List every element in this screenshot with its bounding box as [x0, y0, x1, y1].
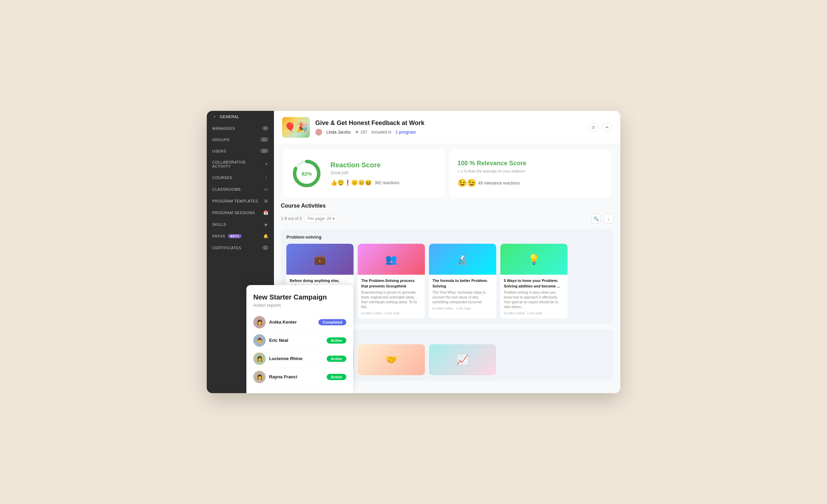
views-number: 167 — [360, 130, 367, 135]
category-title-problem: Problem-solving — [286, 234, 608, 240]
reaction-score-subtitle: Great job! — [330, 170, 399, 175]
card-author-3: by Mike Collins · 1 min read — [432, 307, 493, 310]
user-name-1: Anika Kenter — [269, 319, 297, 325]
sidebar-item-courses[interactable]: Courses ↑ — [207, 172, 274, 183]
toolbar-left: 1-9 out of 9 Per page: 20 ▾ — [281, 215, 338, 222]
included-text: Included in — [371, 130, 391, 135]
avatar-1: 👩 — [253, 316, 266, 328]
card-title-3: The formula to better Problem-Solving — [432, 278, 493, 289]
card-desc-3: The 'Five Whys' technique helps to uncov… — [432, 290, 493, 305]
card-title-2: The Problem-Solving process that prevent… — [361, 278, 421, 289]
relevance-card: 100 % Relevance Score + 1 % than the ave… — [449, 150, 612, 197]
activities-toolbar: 1-9 out of 9 Per page: 20 ▾ 🔍 ↓ — [281, 214, 613, 223]
chevron-down-icon: ▾ — [333, 216, 335, 221]
panel-user-row-3: 👩 Lucienne Rhine Active — [253, 350, 346, 368]
sidebar-item-program-sessions[interactable]: Program Sessions 📅 — [207, 207, 274, 219]
panel-subtitle: Action reports — [253, 303, 346, 308]
search-button[interactable]: 🔍 — [591, 214, 601, 223]
status-badge-2: Active — [327, 337, 346, 344]
card-image-4: 💡 — [500, 244, 568, 275]
card-desc-2: Brainstorming is proven to generate fewe… — [361, 290, 421, 309]
course-header-actions: ⊙ ✏ — [589, 123, 612, 132]
course-card-d2: 🤝 — [358, 344, 425, 375]
pagination-text: 1-9 out of 9 — [281, 216, 302, 221]
reaction-info: Reaction Score Great job! 👍😲❗😐😐😆 382 rea… — [330, 161, 399, 186]
monitor-icon: ▭ — [264, 187, 268, 192]
card-image-d2: 🤝 — [358, 344, 425, 375]
sidebar-item-skills[interactable]: Skills ◈ — [207, 219, 274, 230]
card-author-4: by Mike Collins · 1 min read — [504, 312, 564, 315]
user-name-4: Rayna Franci — [269, 374, 297, 379]
panel-title: New Starter Campaign — [253, 293, 346, 301]
upload-icon: ↑ — [264, 175, 268, 180]
card-image-d3: 📈 — [429, 344, 496, 375]
sidebar-item-classrooms[interactable]: Classrooms ▭ — [207, 183, 274, 195]
program-link[interactable]: 1 program — [396, 130, 416, 135]
template-icon: ⊞ — [264, 199, 268, 203]
course-title: Give & Get Honest Feedback at Work — [315, 119, 425, 127]
status-badge-1: Completed — [318, 319, 346, 325]
card-desc-4: Problem solving is easy when you know ho… — [504, 290, 564, 309]
card-image-1: 💼 — [286, 244, 354, 275]
record-button[interactable]: ⊙ — [589, 123, 598, 132]
course-header: 🎈🎉 Give & Get Honest Feedback at Work Li… — [274, 111, 620, 144]
author-avatar — [315, 129, 322, 136]
avatar-2: 👨 — [253, 334, 266, 347]
relevance-count: 49 relevance reactions — [478, 181, 520, 186]
sidebar-item-paths[interactable]: Paths Beta 🔔 — [207, 230, 274, 242]
card-author-2: by Mike Collins · 3 min read — [361, 312, 421, 315]
reaction-emojis: 👍😲❗😐😐😆 — [330, 179, 372, 186]
card-body-2: The Problem-Solving process that prevent… — [358, 275, 425, 318]
skills-icon: ◈ — [264, 222, 268, 227]
status-badge-4: Active — [327, 374, 346, 380]
panel-user-row-1: 👩 Anika Kenter Completed — [253, 313, 346, 332]
per-page-label: Per page: 20 — [308, 216, 331, 221]
view-count: 👁 167 — [355, 130, 367, 135]
card-body-3: The formula to better Problem-Solving Th… — [429, 275, 496, 314]
stats-row: 82% Reaction Score Great job! 👍😲❗😐😐😆 382… — [281, 150, 613, 197]
user-name-2: Eric Neal — [269, 338, 288, 343]
per-page-select[interactable]: Per page: 20 ▾ — [305, 215, 338, 222]
avatar-3: 👩 — [253, 353, 266, 365]
chart-icon: ▪ — [212, 114, 217, 119]
floating-panel: New Starter Campaign Action reports 👩 An… — [246, 285, 353, 393]
bell-icon: 🔔 — [264, 234, 268, 239]
activities-title: Course Activities — [281, 203, 613, 209]
donut-percent: 82% — [302, 171, 312, 177]
avatar-4: 👩 — [253, 371, 266, 383]
sidebar-item-program-templates[interactable]: Program Templates ⊞ — [207, 195, 274, 207]
download-button[interactable]: ↓ — [604, 214, 613, 223]
reaction-count: 382 reactions — [375, 180, 399, 185]
sidebar-item-general[interactable]: ▪ General — [207, 111, 274, 123]
course-card-4: 💡 5 Ways to hone your Problem-Solving ab… — [500, 244, 568, 318]
sidebar-item-managees[interactable]: Managees 4 — [207, 123, 274, 134]
panel-user-row-2: 👨 Eric Neal Active — [253, 332, 346, 350]
sidebar-item-certificates[interactable]: Certificates 1 — [207, 242, 274, 253]
balloon-decoration: 🎈🎉 — [282, 117, 310, 138]
status-badge-3: Active — [327, 356, 346, 362]
relevance-emojis: 😉😉 — [458, 179, 476, 188]
edit-button[interactable]: ✏ — [602, 123, 612, 132]
card-title-4: 5 Ways to hone your Problem-Solving abil… — [504, 278, 564, 289]
sidebar-item-users[interactable]: Users 20 — [207, 145, 274, 157]
donut-chart: 82% — [291, 158, 322, 189]
eye-icon: 👁 — [355, 130, 359, 135]
browser-frame: ▪ General Managees 4 Groups 12 Users 20 … — [207, 111, 620, 393]
sidebar-item-groups[interactable]: Groups 12 — [207, 134, 274, 145]
card-image-3: 🔬 — [429, 244, 496, 275]
user-name-3: Lucienne Rhine — [269, 356, 303, 361]
sidebar-item-collaborative[interactable]: Collaborative Activity ↗ — [207, 157, 274, 172]
course-info: Give & Get Honest Feedback at Work Linda… — [315, 119, 425, 136]
panel-user-row-4: 👩 Rayna Franci Active — [253, 368, 346, 386]
card-image-2: 👥 — [358, 244, 425, 275]
trending-icon: ↗ — [264, 162, 268, 167]
card-body-4: 5 Ways to hone your Problem-Solving abil… — [500, 275, 568, 318]
reaction-score-title: Reaction Score — [330, 161, 399, 169]
course-thumbnail: 🎈🎉 — [282, 117, 310, 138]
course-card-d3: 📈 — [429, 344, 496, 375]
course-card-3: 🔬 The formula to better Problem-Solving … — [429, 244, 496, 318]
course-meta: Linda Jacobs 👁 167 Included in 1 program — [315, 129, 425, 136]
reaction-card: 82% Reaction Score Great job! 👍😲❗😐😐😆 382… — [283, 150, 445, 197]
emoji-row: 👍😲❗😐😐😆 382 reactions — [330, 179, 399, 186]
author-name: Linda Jacobs — [326, 130, 351, 135]
